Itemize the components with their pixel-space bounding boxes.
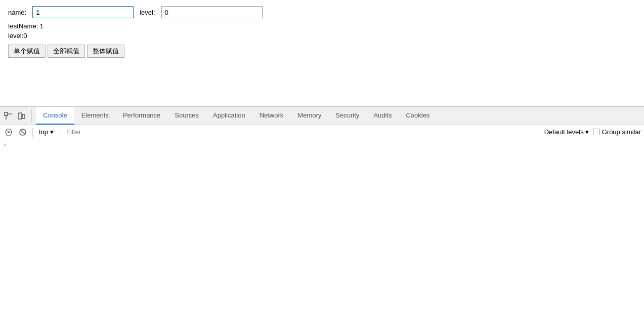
tab-application[interactable]: Application — [206, 107, 252, 125]
group-similar-label: Group similar — [602, 128, 641, 136]
tab-console[interactable]: Console — [36, 107, 74, 125]
tab-elements[interactable]: Elements — [74, 107, 116, 125]
name-input[interactable] — [32, 6, 134, 18]
inspect-icon[interactable] — [2, 110, 14, 122]
level-text: level:0 — [8, 32, 636, 40]
test-name-text: testName: 1 — [8, 22, 636, 30]
all-assign-button[interactable]: 全部赋值 — [48, 45, 85, 58]
name-label: name: — [8, 9, 26, 16]
console-toolbar: top ▾ Default levels ▾ Group similar — [0, 125, 644, 139]
default-levels-label: Default levels — [544, 128, 584, 136]
console-output: › — [0, 139, 644, 281]
tabs-list: Console Elements Performance Sources App… — [36, 107, 437, 125]
button-row: 单个赋值 全部赋值 整体赋值 — [8, 45, 636, 58]
console-prompt-row[interactable]: › — [4, 141, 640, 147]
tab-network[interactable]: Network — [252, 107, 291, 125]
svg-line-9 — [21, 130, 25, 134]
tab-memory[interactable]: Memory — [290, 107, 328, 125]
devtools-panel: Console Elements Performance Sources App… — [0, 106, 644, 281]
main-content: name: level: testName: 1 level:0 单个赋值 全部… — [0, 0, 644, 106]
svg-rect-4 — [22, 114, 25, 119]
level-label: level: — [140, 9, 155, 16]
svg-rect-3 — [18, 113, 22, 119]
right-controls: Default levels ▾ Group similar — [544, 128, 641, 136]
block-icon[interactable] — [17, 127, 28, 138]
tabs-bar: Console Elements Performance Sources App… — [0, 107, 644, 125]
clear-console-button[interactable] — [3, 127, 14, 138]
tab-performance[interactable]: Performance — [116, 107, 167, 125]
tab-cookies[interactable]: Cookies — [399, 107, 437, 125]
device-icon[interactable] — [15, 110, 27, 122]
chevron-right-icon: › — [4, 141, 6, 147]
svg-rect-0 — [5, 112, 8, 115]
tab-audits[interactable]: Audits — [366, 107, 399, 125]
name-row: name: level: — [8, 6, 636, 18]
default-levels-arrow: ▾ — [585, 128, 589, 136]
toolbar-separator-2 — [60, 128, 60, 137]
context-selector[interactable]: top ▾ — [37, 127, 56, 137]
group-similar-checkbox[interactable] — [593, 129, 599, 135]
default-levels-selector[interactable]: Default levels ▾ — [544, 128, 589, 136]
tab-icons — [2, 110, 32, 122]
tab-sources[interactable]: Sources — [167, 107, 206, 125]
context-label: top — [39, 128, 48, 136]
group-similar-control[interactable]: Group similar — [593, 128, 641, 136]
filter-input[interactable] — [64, 127, 541, 137]
level-input[interactable] — [161, 6, 263, 18]
whole-assign-button[interactable]: 整体赋值 — [87, 45, 124, 58]
toolbar-separator — [32, 128, 33, 137]
context-arrow: ▾ — [50, 128, 54, 136]
tab-security[interactable]: Security — [328, 107, 366, 125]
single-assign-button[interactable]: 单个赋值 — [8, 45, 46, 58]
